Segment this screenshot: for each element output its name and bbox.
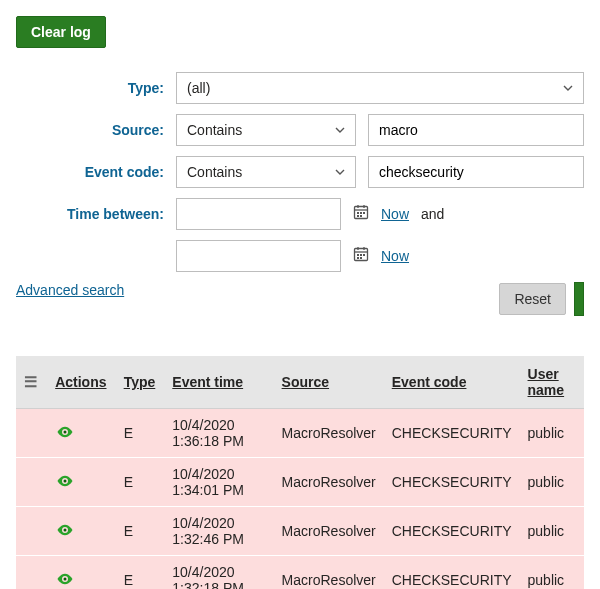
filter-row-time-to: Now [16, 240, 584, 272]
calendar-icon[interactable] [353, 246, 369, 266]
row-user-cell: public [520, 556, 584, 590]
filter-row-type: Type: (all) [16, 72, 584, 104]
table-menu-header[interactable]: ☰ [16, 356, 47, 409]
eventcode-op-select[interactable]: Contains [176, 156, 356, 188]
row-time-cell: 10/4/2020 1:32:18 PM [164, 556, 273, 590]
row-user-cell: public [520, 409, 584, 458]
row-type-cell: E [116, 556, 165, 590]
th-type[interactable]: Type [116, 356, 165, 409]
svg-rect-7 [357, 215, 359, 217]
svg-rect-14 [360, 254, 362, 256]
row-actions-cell [47, 409, 115, 458]
and-text: and [421, 206, 444, 222]
row-source-cell: MacroResolver [274, 458, 384, 507]
source-op-value: Contains [187, 122, 242, 138]
row-type-cell: E [116, 507, 165, 556]
eventcode-op-value: Contains [187, 164, 242, 180]
th-event-time[interactable]: Event time [164, 356, 273, 409]
svg-point-19 [64, 480, 67, 483]
svg-rect-16 [357, 257, 359, 259]
svg-rect-6 [363, 212, 365, 214]
table-header-row: ☰ Actions Type Event time Source Event c… [16, 356, 584, 409]
row-select-cell [16, 556, 47, 590]
row-select-cell [16, 458, 47, 507]
table-row: E10/4/2020 1:36:18 PMMacroResolverCHECKS… [16, 409, 584, 458]
row-code-cell: CHECKSECURITY [384, 458, 520, 507]
event-log-table: ☰ Actions Type Event time Source Event c… [16, 356, 584, 589]
time-to-input[interactable] [176, 240, 341, 272]
svg-rect-4 [357, 212, 359, 214]
hamburger-icon: ☰ [24, 373, 37, 390]
svg-rect-5 [360, 212, 362, 214]
row-actions-cell [47, 458, 115, 507]
row-user-cell: public [520, 507, 584, 556]
source-op-select[interactable]: Contains [176, 114, 356, 146]
svg-rect-13 [357, 254, 359, 256]
reset-button[interactable]: Reset [499, 283, 566, 315]
row-actions-cell [47, 507, 115, 556]
row-select-cell [16, 409, 47, 458]
row-type-cell: E [116, 409, 165, 458]
filter-row-source: Source: Contains [16, 114, 584, 146]
th-user-name[interactable]: User name [520, 356, 584, 409]
time-from-input[interactable] [176, 198, 341, 230]
view-icon[interactable] [55, 422, 75, 442]
chevron-down-icon [563, 80, 573, 96]
type-select[interactable]: (all) [176, 72, 584, 104]
table-row: E10/4/2020 1:32:46 PMMacroResolverCHECKS… [16, 507, 584, 556]
th-source[interactable]: Source [274, 356, 384, 409]
row-actions-cell [47, 556, 115, 590]
view-icon[interactable] [55, 569, 75, 589]
clear-log-button[interactable]: Clear log [16, 16, 106, 48]
chevron-down-icon [335, 122, 345, 138]
table-row: E10/4/2020 1:34:01 PMMacroResolverCHECKS… [16, 458, 584, 507]
view-icon[interactable] [55, 520, 75, 540]
svg-point-18 [64, 431, 67, 434]
type-label: Type: [16, 80, 176, 96]
row-code-cell: CHECKSECURITY [384, 556, 520, 590]
svg-point-20 [64, 529, 67, 532]
eventcode-input[interactable] [368, 156, 584, 188]
advanced-search-link[interactable]: Advanced search [16, 282, 124, 298]
eventcode-label: Event code: [16, 164, 176, 180]
row-type-cell: E [116, 458, 165, 507]
source-input[interactable] [368, 114, 584, 146]
svg-point-21 [64, 578, 67, 581]
filter-row-eventcode: Event code: Contains [16, 156, 584, 188]
row-code-cell: CHECKSECURITY [384, 409, 520, 458]
svg-rect-15 [363, 254, 365, 256]
row-code-cell: CHECKSECURITY [384, 507, 520, 556]
row-time-cell: 10/4/2020 1:32:46 PM [164, 507, 273, 556]
chevron-down-icon [335, 164, 345, 180]
row-select-cell [16, 507, 47, 556]
row-source-cell: MacroResolver [274, 507, 384, 556]
row-time-cell: 10/4/2020 1:34:01 PM [164, 458, 273, 507]
table-row: E10/4/2020 1:32:18 PMMacroResolverCHECKS… [16, 556, 584, 590]
row-source-cell: MacroResolver [274, 556, 384, 590]
source-label: Source: [16, 122, 176, 138]
th-event-code[interactable]: Event code [384, 356, 520, 409]
svg-rect-8 [360, 215, 362, 217]
filter-row-time-from: Time between: Now and [16, 198, 584, 230]
view-icon[interactable] [55, 471, 75, 491]
th-actions[interactable]: Actions [47, 356, 115, 409]
filter-buttons: Reset [499, 282, 584, 316]
time-label: Time between: [16, 206, 176, 222]
svg-rect-17 [360, 257, 362, 259]
filter-panel: Type: (all) Source: Contains Event code: [16, 72, 584, 272]
row-source-cell: MacroResolver [274, 409, 384, 458]
now-link-from[interactable]: Now [381, 206, 409, 222]
row-user-cell: public [520, 458, 584, 507]
now-link-to[interactable]: Now [381, 248, 409, 264]
search-button[interactable] [574, 282, 584, 316]
calendar-icon[interactable] [353, 204, 369, 224]
type-select-value: (all) [187, 80, 210, 96]
row-time-cell: 10/4/2020 1:36:18 PM [164, 409, 273, 458]
